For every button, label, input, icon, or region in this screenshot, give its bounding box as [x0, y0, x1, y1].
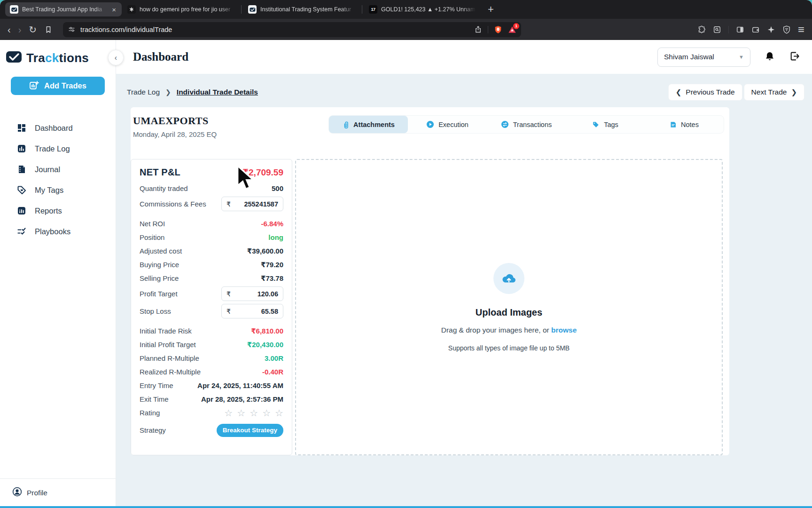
tag-icon	[592, 121, 600, 128]
stat-value: ₹6,810.00	[251, 327, 283, 335]
stat-row-planned-r-multiple: Planned R-Multiple3.00R	[140, 351, 283, 365]
profile-label: Profile	[27, 489, 47, 497]
stat-label: Adjusted cost	[140, 247, 182, 255]
input-commissions-fees[interactable]: ₹255241587	[221, 197, 283, 211]
tab-attachments[interactable]: Attachments	[329, 116, 408, 133]
previous-trade-button[interactable]: ❮ Previous Trade	[668, 84, 742, 101]
sidebar-item-label: Playbooks	[35, 227, 70, 236]
stat-label: Quantity traded	[140, 184, 188, 192]
main-area: Dashboard Shivam Jaiswal ▼	[116, 40, 812, 508]
sidebar-item-label: Reports	[35, 206, 62, 215]
strategy-pill[interactable]: Breakout Strategy	[217, 424, 283, 437]
stat-row-initial-trade-risk: Initial Trade Risk₹6,810.00	[140, 324, 283, 338]
rupee-prefix: ₹	[226, 200, 231, 208]
sidebar-item-journal[interactable]: Journal	[0, 159, 116, 180]
stat-label: Strategy	[140, 426, 166, 434]
tab-execution[interactable]: Execution	[408, 116, 487, 133]
stat-value: ₹20,430.00	[247, 341, 283, 349]
cloud-upload-icon	[493, 263, 524, 294]
tab-notes[interactable]: Notes	[645, 116, 724, 133]
sidebar-item-playbooks[interactable]: Playbooks	[0, 221, 116, 242]
browser-tab[interactable]: how do gemeni pro free for jio user	[123, 2, 239, 16]
stat-label: Buying Price	[140, 261, 179, 269]
sidebar-item-profile[interactable]: Profile	[0, 478, 116, 508]
stat-label: Entry Time	[140, 381, 173, 389]
upload-dropzone[interactable]: Upload Images Drag & drop your images he…	[295, 159, 723, 455]
breadcrumb-current[interactable]: Individual Trade Details	[177, 88, 258, 96]
tab-tags[interactable]: Tags	[566, 116, 645, 133]
next-trade-button[interactable]: Next Trade ❯	[744, 84, 804, 101]
tab-label: Tags	[604, 121, 618, 128]
sidebar-item-dashboard[interactable]: Dashboard	[0, 118, 116, 138]
tab-title: GOLD1! 125,423 ▲ +1.27% Unnam	[381, 6, 476, 13]
address-bar[interactable]: tracktions.com/individualTrade 1	[63, 22, 521, 37]
notifications-bell-icon[interactable]	[765, 51, 775, 64]
chevron-down-icon: ▼	[739, 54, 744, 60]
stat-row-buying-price: Buying Price₹79.20	[140, 258, 283, 271]
input-value[interactable]: 255241587	[244, 200, 278, 208]
input-value[interactable]: 65.58	[261, 308, 278, 315]
stat-label: Initial Trade Risk	[140, 327, 192, 335]
add-trades-button[interactable]: Add Trades	[11, 77, 105, 95]
tab-transactions[interactable]: Transactions	[487, 116, 566, 133]
brave-rewards-icon[interactable]: 1	[508, 25, 516, 34]
stat-label: Profit Target	[140, 290, 178, 298]
execution-icon	[426, 120, 434, 128]
sidebar-nav: DashboardTrade LogJournalMy TagsReportsP…	[0, 118, 116, 242]
profile-icon	[12, 487, 22, 499]
input-value[interactable]: 120.06	[258, 290, 278, 298]
site-settings-icon[interactable]	[68, 25, 76, 33]
wallet-icon[interactable]	[751, 25, 760, 34]
tracktions-favicon	[248, 5, 257, 14]
browser-tab[interactable]: Best Trading Journal App India×	[5, 2, 122, 16]
stat-row-selling-price: Selling Price₹73.78	[140, 271, 283, 285]
input-stop-loss[interactable]: ₹65.58	[221, 304, 283, 318]
sidebar-item-reports[interactable]: Reports	[0, 200, 116, 221]
browse-link[interactable]: browse	[551, 326, 577, 334]
content-area: Trade Log ❯ Individual Trade Details ❮ P…	[116, 74, 812, 508]
notes-icon	[670, 121, 677, 128]
sidebar: Tracktions ‹ Add Trades DashboardTrade L…	[0, 40, 116, 508]
stat-row-exit-time: Exit TimeApr 28, 2025, 2:57:36 PM	[140, 392, 283, 406]
browser-tab[interactable]: Institutional Trading System Featur	[243, 2, 360, 16]
side-panel-icon[interactable]	[736, 25, 744, 34]
close-icon[interactable]: ×	[111, 6, 117, 13]
vpn-shield-icon[interactable]	[782, 25, 791, 34]
url-text[interactable]: tracktions.com/individualTrade	[80, 26, 474, 33]
bookmark-icon[interactable]	[44, 25, 53, 34]
breadcrumb-parent[interactable]: Trade Log	[127, 88, 160, 96]
app-window: Tracktions ‹ Add Trades DashboardTrade L…	[0, 40, 812, 508]
tab-label: Notes	[681, 121, 699, 128]
sidebar-item-label: Journal	[35, 165, 60, 174]
brave-shield-icon[interactable]	[494, 25, 502, 34]
sidebar-item-my-tags[interactable]: My Tags	[0, 180, 116, 200]
menu-icon[interactable]: ≡	[798, 24, 804, 35]
screen: Best Trading Journal App India×how do ge…	[0, 0, 812, 508]
user-dropdown[interactable]: Shivam Jaiswal ▼	[657, 48, 750, 67]
stat-value: long	[268, 233, 283, 241]
back-icon[interactable]: ‹	[8, 25, 11, 34]
stat-label: Planned R-Multiple	[140, 354, 199, 362]
new-tab-button[interactable]: +	[488, 4, 494, 15]
forward-icon[interactable]: ›	[18, 25, 22, 34]
rating-stars[interactable]: ☆☆☆☆☆	[224, 407, 288, 419]
input-profit-target[interactable]: ₹120.06	[221, 286, 283, 301]
browser-tab[interactable]: 17GOLD1! 125,423 ▲ +1.27% Unnam	[364, 2, 481, 16]
stat-row-initial-profit-target: Initial Profit Target₹20,430.00	[140, 338, 283, 351]
sidebar-item-label: Dashboard	[35, 124, 73, 133]
tab-label: Execution	[438, 121, 468, 128]
sidebar-collapse-button[interactable]: ‹	[108, 50, 124, 65]
leo-ai-icon[interactable]	[767, 25, 775, 34]
stat-value: -6.84%	[261, 220, 283, 228]
app-logo[interactable]: Tracktions	[0, 40, 116, 65]
chevron-right-icon: ❯	[791, 88, 797, 96]
logout-icon[interactable]	[789, 51, 800, 64]
share-icon[interactable]	[474, 25, 482, 33]
sidebar-item-label: My Tags	[35, 186, 63, 195]
search-tab-icon[interactable]	[713, 25, 721, 34]
sidebar-item-trade-log[interactable]: Trade Log	[0, 138, 116, 159]
extensions-icon[interactable]	[697, 25, 706, 34]
journal-icon	[17, 165, 26, 174]
reload-icon[interactable]: ↻	[29, 25, 37, 34]
divider	[488, 26, 488, 33]
